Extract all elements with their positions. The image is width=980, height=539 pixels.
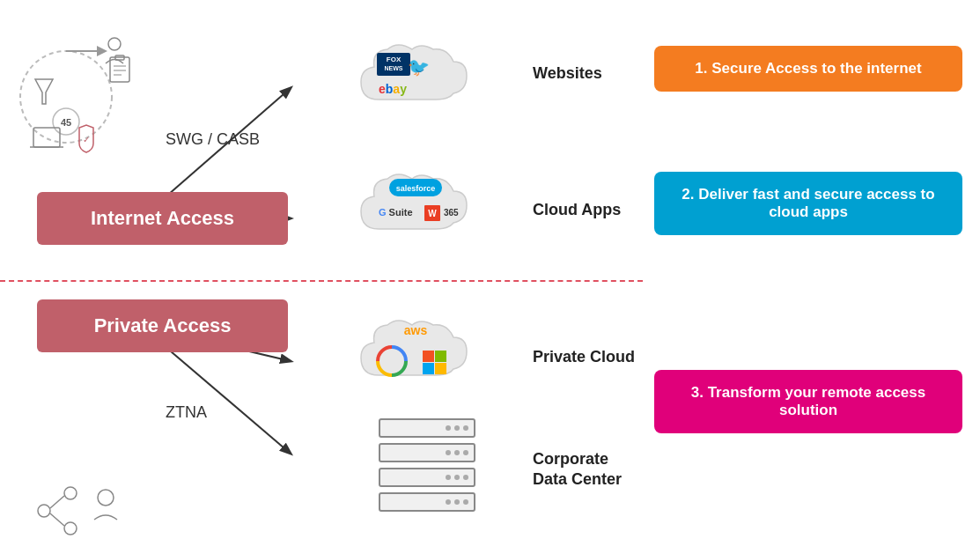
svg-text:✓: ✓ (83, 135, 90, 144)
svg-rect-45 (435, 351, 446, 362)
data-center-icon (379, 418, 475, 512)
svg-marker-14 (35, 79, 53, 104)
main-diagram: 45 ✓ 55 (0, 0, 980, 539)
top-left-icons: 45 ✓ (18, 26, 132, 167)
websites-cloud: FOX NEWS 🐦 ebay (352, 33, 493, 122)
svg-text:ebay: ebay (379, 82, 407, 96)
svg-text:NEWS: NEWS (385, 65, 403, 71)
swg-casb-label: SWG / CASB (166, 130, 260, 149)
private-cloud-dest-label: Private Cloud (533, 348, 635, 366)
svg-line-21 (50, 496, 64, 508)
internet-access-label: Internet Access (37, 192, 288, 245)
svg-text:G Suite: G Suite (379, 207, 413, 218)
svg-point-6 (108, 38, 121, 50)
cloud-apps-cloud: salesforce G Suite W 365 (352, 163, 493, 251)
svg-text:🐦: 🐦 (408, 56, 430, 78)
svg-rect-47 (435, 363, 446, 374)
cloud-apps-dest-label: Cloud Apps (533, 201, 621, 219)
svg-point-18 (38, 505, 50, 517)
svg-point-19 (64, 487, 77, 499)
remote-access-box: 3. Transform your remote access solution (654, 370, 962, 433)
svg-point-20 (64, 522, 77, 535)
private-cloud: aws (352, 306, 493, 399)
websites-dest-label: Websites (533, 64, 602, 83)
svg-text:salesforce: salesforce (396, 184, 436, 193)
svg-text:W: W (428, 209, 437, 218)
svg-text:FOX: FOX (387, 55, 402, 63)
svg-rect-46 (423, 363, 434, 374)
section-divider (0, 280, 643, 282)
svg-text:aws: aws (404, 323, 428, 337)
svg-text:365: 365 (444, 208, 459, 218)
bottom-left-icons: 55 ✓ (18, 458, 132, 539)
svg-rect-44 (423, 351, 434, 362)
private-access-label: Private Access (37, 299, 288, 352)
ztna-label: ZTNA (166, 403, 207, 422)
svg-line-22 (50, 513, 64, 526)
data-center-dest-label: CorporateData Center (533, 449, 622, 491)
svg-text:45: 45 (61, 117, 71, 128)
cloud-apps-box: 2. Deliver fast and secure access to clo… (654, 172, 962, 235)
svg-point-23 (98, 490, 114, 506)
secure-access-box: 1. Secure Access to the internet (654, 46, 962, 92)
